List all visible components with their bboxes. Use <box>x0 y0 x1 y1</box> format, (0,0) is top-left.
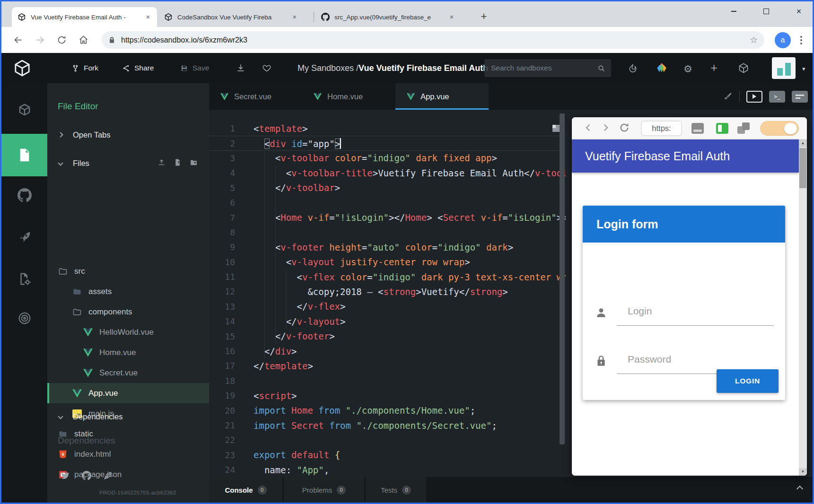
tree-item-secret-vue[interactable]: Secret.vue <box>47 363 209 383</box>
tree-item-home-vue[interactable]: Home.vue <box>47 342 209 363</box>
code-line-9[interactable]: 9 <v-footer height="auto" color="indigo"… <box>209 240 566 254</box>
code-line-6[interactable]: 6 <box>209 195 566 210</box>
code-line-15[interactable]: 15 </v-footer> <box>209 329 566 343</box>
github-link-icon[interactable] <box>82 471 91 482</box>
editor-tab-secret-vue[interactable]: Secret.vue <box>209 83 302 110</box>
tree-item-src[interactable]: src <box>47 261 209 281</box>
open-tabs-section[interactable]: Open Tabs <box>47 127 209 143</box>
rail-config-file-gear-icon[interactable] <box>1 265 47 293</box>
rail-deploy-rocket-icon[interactable] <box>1 223 47 252</box>
duplicate-window-icon[interactable] <box>737 122 750 134</box>
code-line-13[interactable]: 13 </v-flex> <box>209 299 566 314</box>
editor-tab-app-vue[interactable]: App.vue <box>395 83 489 110</box>
password-input[interactable] <box>628 354 774 365</box>
create-sandbox-plus-icon[interactable]: + <box>710 61 720 70</box>
home-button[interactable] <box>75 32 91 48</box>
user-avatar[interactable] <box>772 57 796 79</box>
tree-item-app-vue[interactable]: App.vue <box>47 383 209 403</box>
code-line-14[interactable]: 14 </v-layout> <box>209 314 566 329</box>
maximize-button[interactable] <box>753 1 780 21</box>
twitter-icon[interactable] <box>61 471 70 482</box>
browser-view-toggle-icon[interactable] <box>746 91 762 103</box>
code-line-21[interactable]: 21import Secret from "./components/Secre… <box>209 418 566 433</box>
code-line-8[interactable]: 8 <box>209 225 566 240</box>
console-expand-chevron-icon[interactable] <box>796 486 803 492</box>
download-icon[interactable] <box>236 63 245 73</box>
browser-avatar[interactable]: a <box>775 32 791 48</box>
sandbox-search[interactable] <box>484 59 611 77</box>
code-line-3[interactable]: 3 <v-toolbar color="indigo" dark fixed a… <box>209 151 566 165</box>
code-line-18[interactable]: 18 <box>209 374 566 388</box>
preview-drag-handle[interactable] <box>552 125 560 132</box>
code-line-19[interactable]: 19<script> <box>209 388 566 403</box>
omnibox[interactable]: https://codesandbox.io/s/6xzm6wr2k3 ☆ <box>102 31 764 49</box>
code-line-22[interactable]: 22 <box>209 433 566 447</box>
rail-project-cube-icon[interactable] <box>1 96 47 124</box>
browser-tab-1[interactable]: Vue Vuetify Firebase Email Auth -× <box>12 7 157 27</box>
preview-refresh-icon[interactable] <box>619 122 630 135</box>
preview-forward-icon[interactable] <box>600 122 611 135</box>
settings-gear-icon[interactable]: ⚙ <box>683 63 693 73</box>
code-line-16[interactable]: 16 </div> <box>209 344 566 358</box>
new-folder-icon[interactable] <box>190 158 198 168</box>
tree-item-components[interactable]: components <box>47 302 209 322</box>
code-line-17[interactable]: 17</template> <box>209 358 566 373</box>
scroll-down-icon[interactable]: ▼ <box>799 468 807 476</box>
console-tab-tests[interactable]: Tests0 <box>366 477 426 503</box>
minimize-button[interactable] <box>720 1 747 21</box>
like-heart-icon[interactable] <box>262 63 271 73</box>
preview-url-box[interactable]: https: <box>641 121 682 136</box>
editor-scrollbar[interactable] <box>560 113 565 444</box>
code-line-5[interactable]: 5 </v-toolbar> <box>209 181 566 195</box>
preview-scrollbar[interactable]: ▲ ▼ <box>799 139 807 476</box>
rewards-gem-icon[interactable] <box>656 62 668 74</box>
rail-file-editor-active[interactable] <box>1 134 47 176</box>
rail-github-icon[interactable] <box>1 181 47 209</box>
code-line-7[interactable]: 7 <Home v-if="!isLogin"></Home> <Secret … <box>209 210 566 225</box>
code-line-24[interactable]: 24 name: "App", <box>209 462 566 477</box>
forward-button[interactable] <box>32 32 48 48</box>
rail-live-icon[interactable] <box>1 304 47 332</box>
refresh-button[interactable] <box>53 32 70 48</box>
tree-item-index-html[interactable]: 5index.html <box>47 444 209 464</box>
editor-view-toggle-icon[interactable] <box>792 91 808 103</box>
breadcrumb-prefix[interactable]: My Sandboxes / <box>298 63 359 73</box>
code-line-23[interactable]: 23export default { <box>209 448 566 462</box>
responsive-monitor-icon[interactable] <box>691 123 704 134</box>
code-line-12[interactable]: 12 &copy;2018 — <strong>Vuetify</strong> <box>209 284 566 299</box>
new-file-icon[interactable] <box>174 158 182 168</box>
url-text[interactable]: https://codesandbox.io/s/6xzm6wr2k3 <box>121 36 750 44</box>
fork-button[interactable]: Fork <box>71 53 98 83</box>
back-button[interactable] <box>10 32 26 48</box>
feather-icon[interactable] <box>103 471 113 482</box>
preview-back-icon[interactable] <box>583 122 594 135</box>
code-line-11[interactable]: 11 <v-flex color="indigo" dark py-3 text… <box>209 269 566 284</box>
browser-menu-icon[interactable] <box>796 33 806 47</box>
browser-tab-2[interactable]: CodeSandbox Vue Vuetify Fireba× <box>158 7 304 27</box>
user-menu-caret-icon[interactable]: ▾ <box>802 65 805 72</box>
prettify-brush-icon[interactable] <box>723 92 733 101</box>
tab-close-icon[interactable]: × <box>144 13 152 21</box>
tab-close-icon[interactable]: × <box>447 13 456 21</box>
code-line-10[interactable]: 10 <v-layout justify-center row wrap> <box>209 255 566 269</box>
dependencies-section[interactable]: Dependencies <box>47 408 209 425</box>
files-section[interactable]: Files <box>47 155 209 171</box>
new-tab-button[interactable]: + <box>477 10 491 24</box>
share-button[interactable]: Share <box>122 53 154 83</box>
scroll-thumb[interactable] <box>799 148 806 188</box>
code-line-20[interactable]: 20import Home from "./components/Home.vu… <box>209 403 566 417</box>
console-tab-console[interactable]: Console0 <box>209 477 282 503</box>
close-button[interactable]: × <box>785 1 813 21</box>
upload-files-icon[interactable] <box>158 158 166 168</box>
trending-flame-icon[interactable] <box>628 63 638 73</box>
live-reload-toggle[interactable] <box>760 121 799 136</box>
tree-item-assets[interactable]: assets <box>47 281 209 302</box>
tab-close-icon[interactable]: × <box>290 13 299 21</box>
tree-item-helloworld-vue[interactable]: HelloWorld.vue <box>47 322 209 342</box>
save-button[interactable]: Save <box>180 53 209 83</box>
console-tab-problems[interactable]: Problems0 <box>284 477 364 503</box>
code-line-1[interactable]: 1<template> <box>209 121 566 136</box>
search-input[interactable] <box>484 64 597 72</box>
code-line-2[interactable]: 2 <div id="app"> <box>209 136 566 150</box>
code-line-4[interactable]: 4 <v-toolbar-title>Vuetify Firebase Emai… <box>209 165 566 180</box>
